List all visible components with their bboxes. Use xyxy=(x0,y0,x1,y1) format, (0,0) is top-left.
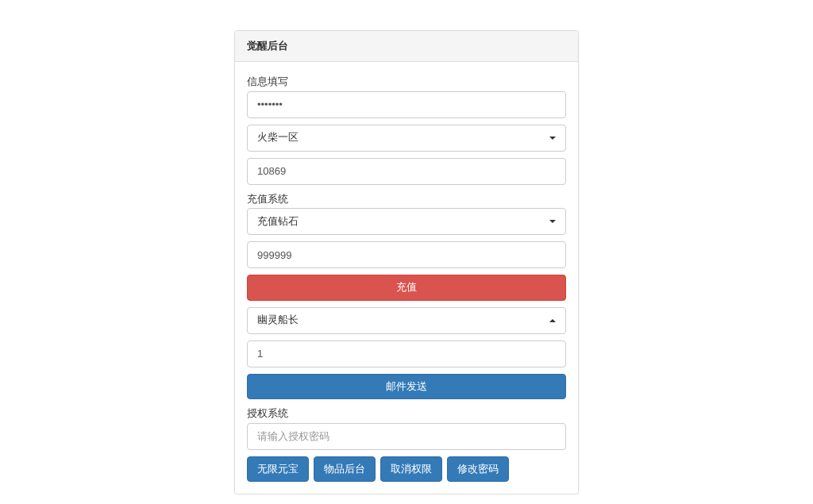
panel-body: 信息填写 火柴一区 充值系统 充值钻石 充值 幽灵船长 邮件发送 授权系统 无限… xyxy=(235,62,578,494)
region-select-value: 火柴一区 xyxy=(257,131,299,143)
region-select[interactable]: 火柴一区 xyxy=(247,125,566,152)
item-admin-button[interactable]: 物品后台 xyxy=(314,456,376,483)
caret-up-icon xyxy=(549,319,556,322)
revoke-permission-button[interactable]: 取消权限 xyxy=(380,456,442,483)
mail-item-value: 幽灵船长 xyxy=(257,314,299,325)
auth-section-label: 授权系统 xyxy=(247,406,566,421)
admin-panel: 觉醒后台 信息填写 火柴一区 充值系统 充值钻石 充值 幽灵船长 邮件发送 授权… xyxy=(234,30,579,494)
account-id-input[interactable] xyxy=(247,158,566,185)
recharge-type-value: 充值钻石 xyxy=(257,215,299,227)
mail-send-button[interactable]: 邮件发送 xyxy=(247,374,566,400)
caret-down-icon xyxy=(549,220,556,223)
mail-quantity-input[interactable] xyxy=(247,340,566,367)
caret-down-icon xyxy=(549,137,556,140)
panel-title: 觉醒后台 xyxy=(235,31,578,62)
auth-password-input[interactable] xyxy=(247,423,566,450)
recharge-amount-input[interactable] xyxy=(247,241,566,268)
unlimited-gold-button[interactable]: 无限元宝 xyxy=(247,456,309,483)
recharge-type-select[interactable]: 充值钻石 xyxy=(247,208,566,235)
info-section-label: 信息填写 xyxy=(247,74,566,90)
mail-item-select[interactable]: 幽灵船长 xyxy=(247,307,566,334)
recharge-section-label: 充值系统 xyxy=(247,191,566,207)
password-input[interactable] xyxy=(247,91,566,118)
change-password-button[interactable]: 修改密码 xyxy=(447,456,509,483)
footer-button-row: 无限元宝 物品后台 取消权限 修改密码 xyxy=(247,456,566,483)
recharge-submit-button[interactable]: 充值 xyxy=(247,275,566,301)
